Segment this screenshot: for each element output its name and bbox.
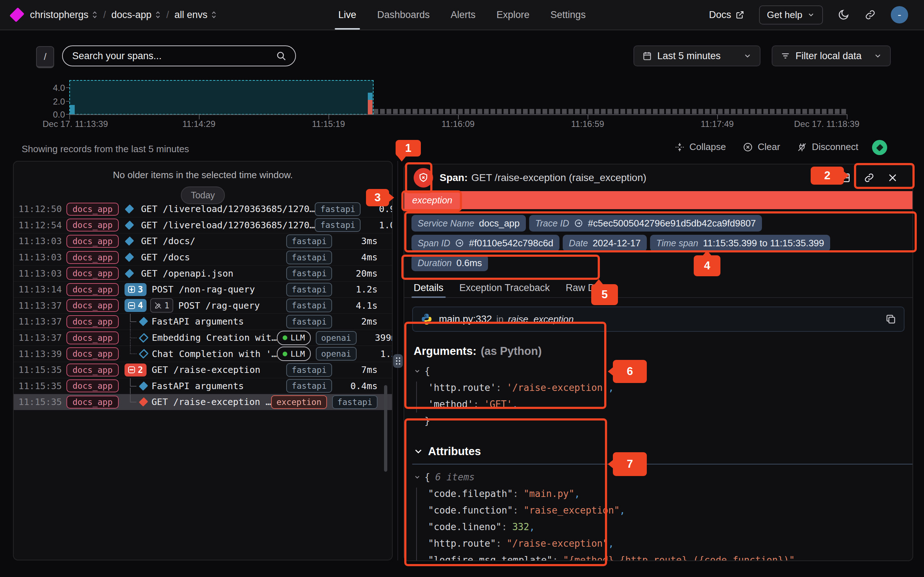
copy-icon[interactable] [885,313,897,325]
service-badge[interactable]: docs_app [66,203,119,216]
service-badge[interactable]: docs_app [66,379,119,392]
service-badge[interactable]: docs_app [66,235,119,248]
span-time: 11:12:54 [18,220,60,230]
llm-dot-icon [283,335,287,340]
span-duration: 1.2s [337,284,378,295]
minus-icon [128,366,135,373]
collapse-children-badge-error[interactable]: 2 [124,364,147,377]
span-row[interactable]: 11:12:54 docs_app GET /livereload/127036… [14,217,392,233]
span-name: GET /livereload/1270363685/1270… [141,220,315,230]
service-badge[interactable]: docs_app [66,267,119,280]
span-name: Chat Completion with '… [152,349,277,359]
span-duration: 399ms [362,332,393,343]
tree-connector [124,330,141,346]
annotation-box-5 [401,255,600,280]
disconnect-label: Disconnect [812,141,858,153]
span-duration: 0.4ms [337,381,378,391]
collapse-button[interactable]: Collapse [674,141,726,153]
service-badge[interactable]: docs_app [66,331,119,344]
llm-badge: LLM [277,331,311,345]
x-axis-tick: 11:14:29 [182,119,215,129]
service-badge[interactable]: docs_app [66,364,119,377]
service-badge[interactable]: docs_app [66,251,119,264]
span-name: FastAPI arguments [152,381,244,391]
annotation-label-7: 7 [613,452,647,476]
span-time: 11:13:03 [18,252,60,263]
list-scrollbar-thumb[interactable] [384,385,387,472]
span-name: GET /raise-exception [152,364,260,375]
get-help-button[interactable]: Get help [759,5,823,24]
histogram-bar [70,105,75,114]
collapse-icon [674,142,685,153]
span-name: POST /rag-query [178,300,260,311]
span-row[interactable]: 11:13:39 docs_app Chat Completion with '… [14,345,392,362]
chart-time-selection[interactable] [69,80,373,115]
span-row[interactable]: 11:13:03 docs_app GET /openapi.json fast… [14,265,392,281]
service-badge[interactable]: docs_app [66,219,119,232]
span-diamond-icon [125,269,134,278]
histogram-bar-error [368,100,373,114]
time-range-button[interactable]: Last 5 minutes [633,45,761,66]
filter-local-data-button[interactable]: Filter local data [772,45,891,66]
annotation-label-4: 4 [694,255,720,276]
service-badge[interactable]: docs_app [66,299,119,312]
service-badge[interactable]: docs_app [66,347,119,360]
span-row[interactable]: 11:13:37 docs_app Embedding Creation wit… [14,330,392,346]
annotation-label-6: 6 [613,360,647,383]
service-badge[interactable]: docs_app [66,283,119,296]
span-row-selected[interactable]: 11:15:35 docs_app GET /raise-exception …… [14,394,392,410]
span-row[interactable]: 11:13:37 docs_app FastAPI arguments fast… [14,313,392,330]
logfire-logo-icon[interactable] [10,7,24,22]
span-diamond-icon [125,237,134,246]
org-selector[interactable]: christophergs [30,10,98,21]
span-row[interactable]: 11:15:35 docs_app 2 GET /raise-exception… [14,362,392,378]
breadcrumb-separator: / [103,10,106,21]
theme-toggle-moon-icon[interactable] [837,9,850,21]
project-selector[interactable]: docs-app [111,10,161,21]
scope-badge: openai [316,331,357,345]
span-row[interactable]: 11:13:03 docs_app GET /docs fastapi 4ms [14,249,392,266]
muted-spans-badge[interactable]: 1 [150,298,173,313]
share-link-icon[interactable] [864,9,876,21]
tab-alerts[interactable]: Alerts [451,0,475,29]
span-row[interactable]: 11:15:35 docs_app FastAPI arguments fast… [14,378,392,394]
avatar[interactable]: - [891,6,908,23]
tab-explore[interactable]: Explore [497,0,530,29]
annotation-pointer [594,279,604,285]
service-badge[interactable]: docs_app [66,396,119,409]
live-status-indicator[interactable] [872,140,887,155]
tab-settings[interactable]: Settings [551,0,586,29]
muted-count: 1 [164,301,169,310]
x-axis-tick: Dec 17. 11:13:39 [43,119,108,129]
search-input[interactable] [71,50,276,62]
span-time: 11:15:35 [18,381,60,391]
tab-live[interactable]: Live [338,0,356,29]
expand-children-badge[interactable]: 3 [124,283,147,296]
span-time: 11:13:37 [18,300,60,311]
env-selector[interactable]: all envs [174,10,217,21]
minus-icon [128,302,135,309]
span-name: GET /docs/ [141,236,195,246]
span-row[interactable]: 11:13:14 docs_app 3 POST /non-rag-query … [14,281,392,298]
breadcrumb: christophergs / docs-app / all envs [0,10,217,21]
tab-details[interactable]: Details [414,279,444,297]
tab-dashboards[interactable]: Dashboards [377,0,430,29]
span-row[interactable]: 11:13:03 docs_app GET /docs/ fastapi 3ms [14,233,392,249]
tab-exception-traceback[interactable]: Exception Traceback [459,279,550,297]
clear-button[interactable]: Clear [743,141,780,153]
project-name: docs-app [111,10,152,21]
panel-resize-handle[interactable] [393,354,403,368]
docs-link[interactable]: Docs [709,10,745,21]
org-name: christophergs [30,10,89,21]
span-row[interactable]: 11:13:37 docs_app 4 1 POST /rag-query fa… [14,298,392,314]
child-count: 2 [138,365,143,375]
disconnect-button[interactable]: Disconnect [796,141,858,153]
collapse-children-badge[interactable]: 4 [124,299,147,312]
scope-badge: fastapi [286,234,332,248]
annotation-box-4 [404,211,917,253]
annotation-label-2: 2 [811,167,844,185]
service-badge[interactable]: docs_app [66,315,119,328]
span-row[interactable]: 11:12:50 docs_app GET /livereload/127036… [14,201,392,217]
showing-records-text: Showing records from the last 5 minutes [22,143,189,155]
annotation-pointer [388,193,394,202]
